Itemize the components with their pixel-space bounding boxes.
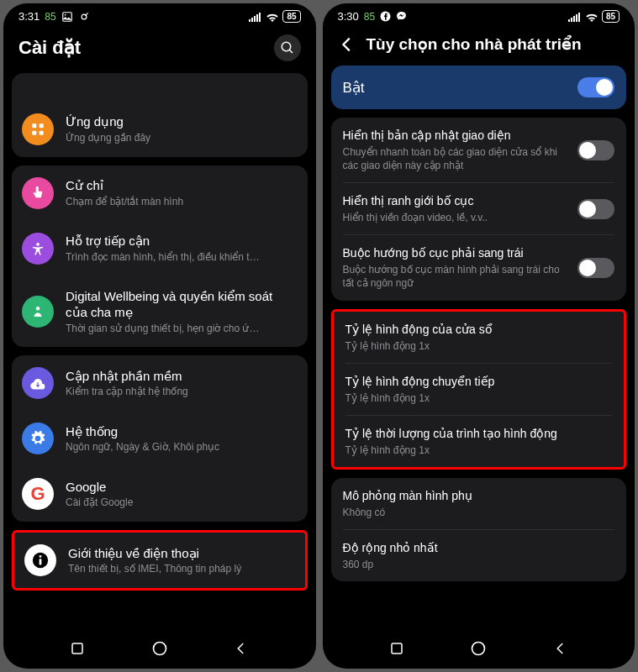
list-item-title: Google [66,479,298,496]
status-num: 85 [45,11,55,23]
search-icon [280,40,295,55]
nav-back[interactable] [553,641,568,656]
svg-point-14 [36,242,40,245]
dev-item-animator-duration[interactable]: Tỷ lệ thời lượng của trình tạo hình động… [334,416,625,467]
dev-item-sub: 360 dp [343,558,615,571]
list-item-google[interactable]: G Google Cài đặt Google [12,466,308,522]
svg-rect-18 [40,559,42,564]
toggle[interactable] [577,258,614,278]
svg-rect-27 [392,643,402,654]
image-icon [61,11,73,23]
dev-item-smallest-width[interactable]: Độ rộng nhỏ nhất 360 dp [331,530,627,581]
svg-point-17 [40,555,42,558]
toggle[interactable] [577,140,614,160]
svg-rect-26 [578,13,580,22]
info-icon [24,544,56,576]
dev-item-sub: Tỷ lệ hình động 1x [345,339,613,353]
dev-item-sub: Tỷ lệ hình động 1x [345,444,613,457]
list-item-accessibility[interactable]: Hỗ trợ tiếp cận Trình đọc màn hình, hiển… [12,221,308,276]
dev-item-transition-animation[interactable]: Tỷ lệ hình động chuyển tiếp Tỷ lệ hình đ… [334,364,625,415]
master-toggle[interactable] [577,77,614,97]
dev-item-title: Tỷ lệ hình động của cửa sổ [345,322,613,338]
svg-line-9 [289,50,293,53]
dev-item-title: Độ rộng nhỏ nhất [343,540,615,556]
list-item-apps[interactable]: Ứng dụng Ứng dụng gần đây [12,102,308,157]
search-button[interactable] [274,34,301,61]
nav-recent[interactable] [70,641,85,656]
status-bar: 3:30 85 85 [323,3,635,26]
dev-item-title: Buộc hướng bố cục phải sang trái [343,245,570,261]
highlighted-about: Giới thiệu về điện thoại Tên thiết bị, s… [12,530,308,591]
svg-rect-4 [251,18,253,22]
list-item-about[interactable]: Giới thiệu về điện thoại Tên thiết bị, s… [14,533,305,588]
list-item-sub: Cài đặt Google [66,496,298,510]
svg-rect-10 [32,123,36,128]
nav-back[interactable] [234,641,249,656]
svg-point-8 [282,42,291,51]
location-icon [78,11,90,23]
svg-rect-12 [32,130,36,134]
toggle[interactable] [577,199,614,219]
svg-rect-23 [571,18,572,22]
dev-options-list: Bật Hiển thị bản cập nhật giao diện Chuy… [323,66,635,632]
master-toggle-label: Bật [343,79,365,97]
nav-bar [323,632,635,669]
list-item-title: Cập nhật phần mềm [66,368,298,385]
dev-item-sub: Buộc hướng bố cục màn hình phải sang trá… [343,263,570,290]
svg-point-28 [472,643,485,655]
list-item-title: Hỗ trợ tiếp cận [66,233,298,249]
phone-right: 3:30 85 85 Tùy chọn cho nhà phát triển B… [323,3,635,669]
wifi-icon [585,12,598,22]
back-button[interactable] [338,35,356,54]
svg-rect-7 [259,13,261,22]
status-num: 85 [364,11,375,23]
wellbeing-icon [22,296,54,328]
messenger-icon [396,11,407,22]
google-icon: G [22,478,54,510]
dev-item-surface-updates[interactable]: Hiển thị bản cập nhật giao diện Chuyển n… [331,118,627,182]
list-item-update[interactable]: Cập nhật phần mềm Kiểm tra cập nhật hệ t… [12,355,308,411]
status-time: 3:31 [18,10,40,23]
svg-point-1 [64,13,66,15]
status-time: 3:30 [338,10,359,23]
list-item-wellbeing[interactable]: Digital Wellbeing và quyền kiểm soát của… [12,276,308,348]
list-item-sub: Trình đọc màn hình, hiển thị, điều khiển… [66,251,298,265]
svg-point-15 [36,307,40,311]
wifi-icon [266,12,279,22]
dev-item-title: Hiển thị ranh giới bố cục [343,193,570,209]
nav-recent[interactable] [389,641,404,656]
dev-item-force-rtl[interactable]: Buộc hướng bố cục phải sang trái Buộc hư… [331,235,627,300]
dev-item-title: Tỷ lệ hình động chuyển tiếp [345,374,613,390]
svg-rect-19 [72,643,82,654]
page-title: Tùy chọn cho nhà phát triển [366,34,620,54]
battery-icon: 85 [602,10,620,23]
svg-point-20 [153,643,166,655]
dev-item-window-animation[interactable]: Tỷ lệ hình động của cửa sổ Tỷ lệ hình độ… [334,312,625,363]
svg-rect-24 [573,16,575,22]
nav-home[interactable] [470,640,487,657]
signal-icon [568,12,582,22]
list-item-system[interactable]: Hệ thống Ngôn ngữ, Ngày & Giờ, Khôi phục [12,411,308,466]
dev-item-layout-bounds[interactable]: Hiển thị ranh giới bố cục Hiển thị viền … [331,183,627,234]
phone-left: 3:31 85 85 Cài đặt . Ứng dụn [3,3,316,669]
dev-group-3: Mô phỏng màn hình phụ Không có Độ rộng n… [331,478,627,581]
touch-icon [22,177,54,209]
dev-item-title: Mô phỏng màn hình phụ [343,488,615,504]
svg-rect-11 [40,123,44,128]
dev-item-secondary-display[interactable]: Mô phỏng màn hình phụ Không có [331,478,627,529]
list-item-sub: Tên thiết bị, số IMEI, Thông tin pháp lý [68,563,295,576]
svg-rect-22 [568,19,570,22]
settings-list: . Ứng dụng Ứng dụng gần đây Cử chỉ C [3,73,316,632]
master-toggle-card[interactable]: Bật [331,66,627,109]
dev-item-sub: Tỷ lệ hình động 1x [345,391,613,405]
list-item-partial[interactable]: . [12,73,308,102]
nav-home[interactable] [151,640,168,657]
facebook-icon [380,11,391,22]
svg-rect-6 [256,14,258,22]
list-item-gestures[interactable]: Cử chỉ Chạm để bật/tắt màn hình [12,165,308,221]
svg-rect-13 [40,130,44,134]
list-item-title: Cử chỉ [66,177,298,194]
battery-icon: 85 [282,10,300,23]
status-bar: 3:31 85 85 [3,3,316,26]
svg-rect-5 [254,16,256,22]
